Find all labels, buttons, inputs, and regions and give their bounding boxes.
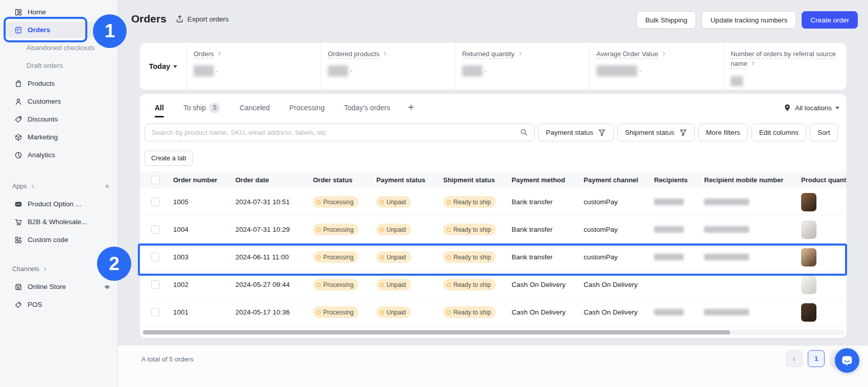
chevron-right-icon: [216, 51, 223, 57]
sidebar-section-apps[interactable]: Apps: [0, 177, 117, 195]
pos-icon: [14, 301, 22, 309]
order-status-badge: Processing: [313, 279, 358, 291]
sidebar-item-products[interactable]: Products: [0, 75, 117, 92]
sidebar-item-draft-orders[interactable]: Draft orders: [0, 57, 117, 75]
sidebar-item-online-store[interactable]: Online Store: [0, 278, 117, 296]
location-filter[interactable]: All locations: [783, 104, 839, 112]
order-row-1002[interactable]: 10022024-05-27 09:44ProcessingUnpaidRead…: [140, 271, 847, 299]
add-tab-button[interactable]: [400, 103, 422, 113]
tab-processing[interactable]: Processing: [279, 97, 334, 118]
metric-value-redacted: -: [328, 65, 448, 77]
pagination-prev-button[interactable]: ‹: [786, 350, 803, 367]
export-orders-button[interactable]: Export orders: [176, 15, 229, 23]
column-payment-method: Payment method: [512, 176, 584, 184]
status-text: Unpaid: [387, 199, 406, 206]
order-row-1001[interactable]: 10012024-05-17 10:36ProcessingUnpaidRead…: [140, 299, 847, 326]
metric-average-order-value[interactable]: Average Order Value-: [590, 43, 724, 90]
tab-to-ship[interactable]: To ship5: [174, 97, 230, 118]
status-text: Processing: [323, 199, 353, 206]
pagination-page-1[interactable]: 1: [808, 350, 825, 367]
row-checkbox-cell: [151, 308, 173, 317]
sidebar-item-analytics[interactable]: Analytics: [0, 146, 117, 164]
sidebar-item-b2b-wholesale[interactable]: B2B & Wholesale...: [0, 213, 117, 231]
create-order-button[interactable]: Create order: [802, 11, 858, 29]
sidebar-item-custom-code[interactable]: Custom code: [0, 231, 117, 249]
search-box: [144, 124, 535, 141]
payment-method-cell: Cash On Delivery: [512, 281, 584, 288]
status-dot-icon: [317, 200, 321, 204]
recipient-mobile-cell: [704, 309, 801, 316]
tab-label: Processing: [289, 104, 324, 112]
horizontal-scrollbar: [142, 330, 845, 335]
metric-orders[interactable]: Orders-: [187, 43, 321, 90]
payment-channel-cell: Cash On Delivery: [584, 308, 654, 316]
sidebar-item-label: Abandoned checkouts: [27, 44, 95, 52]
row-checkbox[interactable]: [151, 198, 160, 206]
select-all-checkbox[interactable]: [151, 176, 160, 184]
status-text: Unpaid: [387, 281, 406, 288]
orders-stats-card: Today Orders-Ordered products-Returned q…: [140, 43, 847, 90]
create-a-tab-button[interactable]: Create a tab: [144, 151, 193, 166]
sidebar-item-label: Draft orders: [27, 62, 63, 69]
row-checkbox[interactable]: [151, 308, 160, 317]
update-tracking-numbers-button[interactable]: Update tracking numbers: [702, 11, 796, 29]
bulk-shipping-button[interactable]: Bulk Shipping: [637, 11, 696, 29]
recipients-cell: [654, 226, 704, 233]
order-status-badge: Processing: [313, 251, 358, 263]
horizontal-scrollbar-thumb[interactable]: [143, 330, 730, 334]
value-dash: -: [216, 67, 218, 75]
status-dot-icon: [317, 255, 321, 259]
edit-columns-button[interactable]: Edit columns: [752, 124, 806, 141]
shipment-status-cell: Ready to ship: [443, 251, 512, 263]
sort-button[interactable]: Sort: [810, 124, 838, 141]
row-checkbox[interactable]: [151, 280, 160, 289]
sidebar-item-label: Analytics: [28, 151, 55, 159]
tab-all[interactable]: All: [145, 97, 174, 118]
payment-status-badge: Unpaid: [376, 306, 411, 318]
redacted-mobile-number: [704, 226, 749, 233]
row-checkbox[interactable]: [151, 225, 160, 234]
sidebar-item-product-option[interactable]: Product Option ...: [0, 195, 117, 213]
shipment-status-button[interactable]: Shipment status: [617, 124, 695, 141]
orders-icon: [14, 26, 22, 34]
table-header-row: Order number Order date Order status Pay…: [140, 171, 847, 188]
status-text: Processing: [323, 226, 353, 233]
product-thumbnail: [801, 193, 816, 211]
sidebar-item-pos[interactable]: POS: [0, 296, 117, 313]
row-checkbox[interactable]: [151, 253, 160, 261]
recipient-mobile-cell: [704, 254, 801, 260]
payment-status-button[interactable]: Payment status: [538, 124, 614, 141]
search-input[interactable]: [144, 124, 535, 141]
product-quantity-cell: [801, 221, 847, 239]
live-chat-launcher[interactable]: [835, 348, 859, 373]
order-row-1004[interactable]: 10042024-07-31 10:29ProcessingUnpaidRead…: [140, 216, 847, 244]
sidebar-item-marketing[interactable]: Marketing: [0, 128, 117, 146]
status-text: Processing: [323, 254, 353, 261]
tab-canceled[interactable]: Canceled: [230, 97, 279, 118]
metric-returned-quantity[interactable]: Returned quantity-: [455, 43, 590, 90]
shipment-status-cell: Ready to ship: [443, 306, 512, 318]
product-thumbnail: [801, 221, 816, 239]
create-tab-row: Create a tab: [140, 141, 847, 166]
sidebar-item-label: Orders: [28, 26, 50, 34]
status-text: Ready to ship: [453, 254, 491, 261]
sidebar-item-discounts[interactable]: Discounts: [0, 110, 117, 128]
metric-number-of-orders-by-referral-source-name[interactable]: Number of orders by referral source name: [724, 43, 847, 90]
tab-today-s-orders[interactable]: Today's orders: [334, 97, 400, 118]
list-footer: A total of 5 orders ‹ 1 ›: [118, 345, 868, 387]
product-quantity-cell: [801, 276, 847, 294]
export-icon: [176, 15, 184, 23]
annotation-step-1-badge: 1: [93, 14, 127, 48]
sidebar-item-customers[interactable]: Customers: [0, 92, 117, 110]
shipment-status-cell: Ready to ship: [443, 224, 512, 235]
plus-icon: [407, 103, 415, 111]
redacted-value: [328, 65, 348, 77]
metric-ordered-products[interactable]: Ordered products-: [321, 43, 455, 90]
stats-period-dropdown[interactable]: Today: [140, 43, 187, 90]
more-filters-button[interactable]: More filters: [698, 124, 748, 141]
order-row-1003[interactable]: 10032024-06-11 11:00ProcessingUnpaidRead…: [140, 244, 847, 271]
product-thumbnail: [801, 248, 816, 267]
order-row-1005[interactable]: 10052024-07-31 10:51ProcessingUnpaidRead…: [140, 188, 847, 216]
column-product-quantity: Product quantity: [801, 176, 847, 184]
payment-method-cell: Bank transfer: [512, 226, 584, 233]
